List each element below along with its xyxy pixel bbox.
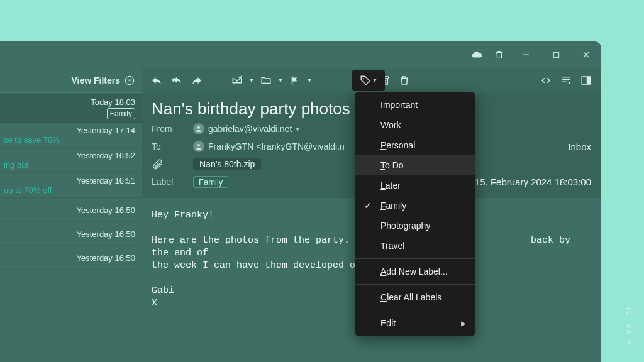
- move-to-folder-button[interactable]: [257, 72, 275, 89]
- list-item[interactable]: Yesterday 16:52 ing out: [0, 148, 142, 173]
- flag-button[interactable]: [286, 72, 304, 89]
- menu-item-travel[interactable]: Travel: [355, 236, 475, 256]
- menu-item-photography[interactable]: Photography: [355, 216, 475, 236]
- submenu-arrow-icon: ▶: [461, 320, 466, 327]
- from-label: From: [152, 124, 193, 134]
- list-item-snippet: up to 70% off: [4, 185, 135, 195]
- reply-all-button[interactable]: [168, 72, 186, 89]
- menu-separator: [355, 284, 475, 285]
- check-icon: ✓: [364, 200, 372, 211]
- list-item-date: Yesterday 16:50: [77, 253, 135, 263]
- window-controls: [465, 41, 601, 68]
- app-window: View Filters Today 18:03 Family Yesterda…: [0, 41, 601, 362]
- svg-point-6: [197, 126, 200, 129]
- message-label-chip[interactable]: Family: [193, 176, 228, 188]
- menu-separator: [355, 258, 475, 259]
- mail-toolbar: ▼ ▼ ▼: [142, 68, 601, 93]
- attachment-icon: [152, 158, 193, 170]
- chevron-down-icon[interactable]: ▼: [306, 77, 313, 84]
- filter-icon: [124, 75, 135, 86]
- list-item[interactable]: Yesterday 17:14 ce to save 70%: [0, 123, 142, 148]
- chevron-down-icon[interactable]: ▼: [294, 126, 301, 133]
- svg-rect-0: [553, 52, 558, 57]
- layout-toggle-button[interactable]: [557, 72, 575, 89]
- chevron-down-icon[interactable]: ▼: [277, 77, 284, 84]
- source-view-button[interactable]: [537, 72, 555, 89]
- forward-button[interactable]: [188, 72, 206, 89]
- avatar-icon: [193, 123, 204, 134]
- list-item-tag: Family: [107, 108, 135, 119]
- message-list-panel: View Filters Today 18:03 Family Yesterda…: [0, 68, 142, 362]
- menu-item-clear-all-labels[interactable]: Clear All Labels: [355, 287, 475, 307]
- tag-icon: [360, 75, 371, 86]
- list-item-date: Yesterday 16:50: [77, 229, 135, 239]
- to-label: To: [152, 141, 193, 151]
- svg-rect-4: [587, 77, 591, 84]
- reply-button[interactable]: [148, 72, 165, 89]
- avatar-icon: [193, 141, 204, 152]
- message-subject: Nan's birthday party photos: [152, 99, 350, 119]
- list-item[interactable]: Yesterday 16:50: [0, 222, 142, 246]
- attachment-chip[interactable]: Nan's 80th.zip: [193, 158, 261, 170]
- svg-point-5: [362, 78, 364, 79]
- menu-item-family[interactable]: ✓ Family: [355, 195, 475, 216]
- list-item[interactable]: Yesterday 16:50: [0, 198, 142, 222]
- svg-point-7: [197, 144, 200, 146]
- menu-item-work[interactable]: Work: [355, 115, 475, 135]
- label-label: Label: [152, 177, 193, 187]
- list-item[interactable]: Today 18:03 Family: [0, 94, 142, 123]
- list-item-date: Today 18:03: [91, 97, 135, 107]
- menu-item-later[interactable]: Later: [355, 175, 475, 195]
- close-button[interactable]: [571, 41, 601, 68]
- delete-button[interactable]: [396, 72, 413, 89]
- list-item-date: Yesterday 16:51: [77, 176, 135, 185]
- minimize-button[interactable]: [511, 41, 541, 68]
- message-list: Today 18:03 Family Yesterday 17:14 ce to…: [0, 93, 142, 270]
- list-item-date: Yesterday 17:14: [77, 126, 135, 135]
- maximize-button[interactable]: [541, 41, 571, 68]
- labels-context-menu: Important Work Personal To Do Later ✓ Fa…: [355, 92, 475, 336]
- trash-icon[interactable]: [488, 41, 511, 68]
- menu-item-personal[interactable]: Personal: [355, 135, 475, 155]
- menu-item-to-do[interactable]: To Do: [355, 155, 475, 175]
- cloud-icon[interactable]: [465, 41, 488, 68]
- view-filters-label: View Filters: [71, 75, 120, 85]
- title-bar: [0, 41, 601, 68]
- menu-item-add-new-label[interactable]: Add New Label...: [355, 261, 475, 282]
- menu-separator: [355, 310, 475, 310]
- chevron-down-icon[interactable]: ▼: [248, 77, 255, 84]
- menu-item-edit[interactable]: Edit ▶: [355, 313, 475, 333]
- to-address[interactable]: FrankyGTN <frankyGTN@vivaldi.n: [208, 141, 345, 151]
- list-item-date: Yesterday 16:50: [77, 206, 135, 215]
- mark-read-button[interactable]: [228, 72, 246, 89]
- from-address[interactable]: gabrielav@vivaldi.net: [208, 124, 292, 134]
- svg-point-2: [569, 82, 570, 84]
- list-item-snippet: ce to save 70%: [4, 135, 135, 145]
- chevron-down-icon: ▼: [372, 77, 378, 84]
- menu-item-important[interactable]: Important: [355, 95, 475, 115]
- list-item-date: Yesterday 16:52: [77, 151, 135, 160]
- panel-toggle-button[interactable]: [577, 72, 595, 89]
- label-menu-button[interactable]: ▼: [352, 70, 385, 91]
- brand-watermark: VIVALDI: [625, 305, 633, 344]
- list-item-snippet: ing out: [4, 160, 135, 170]
- list-item[interactable]: Yesterday 16:50: [0, 246, 142, 270]
- message-folder: Inbox: [568, 141, 591, 152]
- message-date: 15. February 2024 18:03:00: [475, 177, 591, 187]
- list-item[interactable]: Yesterday 16:51 up to 70% off: [0, 173, 142, 198]
- view-filters-button[interactable]: View Filters: [0, 68, 142, 93]
